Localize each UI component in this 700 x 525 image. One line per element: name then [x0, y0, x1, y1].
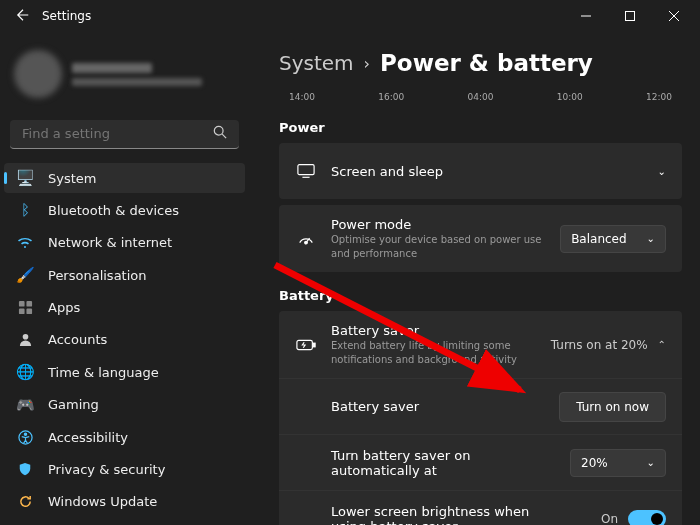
battery-saver-toggle-row: Battery saver Turn on now — [279, 378, 682, 434]
shield-icon — [16, 462, 34, 476]
power-mode-card[interactable]: Power mode Optimise your device based on… — [279, 205, 682, 272]
sidebar-item-gaming[interactable]: 🎮Gaming — [4, 389, 245, 419]
status-text: Turns on at 20% — [551, 338, 648, 352]
toggle-state-label: On — [601, 512, 618, 526]
chevron-right-icon: › — [364, 54, 370, 73]
sidebar-item-time[interactable]: 🌐Time & language — [4, 357, 245, 387]
svg-point-10 — [305, 241, 308, 244]
battery-saver-header[interactable]: Battery saver Extend battery life by lim… — [279, 311, 682, 378]
svg-point-8 — [24, 433, 26, 435]
update-icon — [16, 494, 34, 509]
svg-point-6 — [22, 334, 28, 340]
chevron-up-icon: ⌃ — [658, 339, 666, 350]
svg-rect-4 — [18, 308, 24, 314]
bluetooth-icon: ᛒ — [16, 201, 34, 219]
battery-icon — [295, 338, 317, 352]
breadcrumb-parent[interactable]: System — [279, 51, 354, 75]
search-input[interactable] — [10, 120, 239, 149]
svg-rect-9 — [298, 165, 314, 175]
globe-icon: 🌐 — [16, 363, 34, 381]
screen-sleep-card[interactable]: Screen and sleep ⌄ — [279, 143, 682, 199]
sidebar-item-accessibility[interactable]: Accessibility — [4, 422, 245, 452]
section-battery: Battery — [279, 288, 682, 303]
close-button[interactable] — [652, 0, 696, 32]
power-mode-dropdown[interactable]: Balanced⌄ — [560, 225, 666, 253]
sidebar-item-bluetooth[interactable]: ᛒBluetooth & devices — [4, 195, 245, 225]
sidebar-item-apps[interactable]: Apps — [4, 292, 245, 322]
turn-on-now-button[interactable]: Turn on now — [559, 392, 666, 422]
accessibility-icon — [16, 430, 34, 445]
battery-saver-card: Battery saver Extend battery life by lim… — [279, 311, 682, 525]
sidebar-item-accounts[interactable]: Accounts — [4, 325, 245, 355]
chart-ticks: 14:0016:0004:0010:0012:00 — [279, 92, 682, 116]
sidebar-item-privacy[interactable]: Privacy & security — [4, 454, 245, 484]
search-icon — [213, 125, 227, 142]
svg-rect-0 — [626, 12, 635, 21]
sidebar: 🖥️System ᛒBluetooth & devices Network & … — [0, 32, 255, 525]
profile-card[interactable] — [4, 40, 245, 114]
chevron-down-icon: ⌄ — [658, 166, 666, 177]
titlebar: Settings — [0, 0, 700, 32]
avatar — [14, 50, 62, 98]
sidebar-item-network[interactable]: Network & internet — [4, 228, 245, 258]
section-power: Power — [279, 120, 682, 135]
sidebar-item-personalisation[interactable]: 🖌️Personalisation — [4, 260, 245, 290]
page-title: Power & battery — [380, 50, 593, 76]
svg-rect-2 — [18, 301, 24, 307]
auto-threshold-dropdown[interactable]: 20%⌄ — [570, 449, 666, 477]
gaming-icon: 🎮 — [16, 396, 34, 414]
chevron-down-icon: ⌄ — [647, 233, 655, 244]
brightness-row: Lower screen brightness when using batte… — [279, 490, 682, 525]
sidebar-item-system[interactable]: 🖥️System — [4, 163, 245, 193]
person-icon — [16, 332, 34, 347]
screen-icon — [295, 162, 317, 180]
gauge-icon — [295, 230, 317, 248]
back-icon[interactable] — [16, 7, 30, 26]
breadcrumb: System › Power & battery — [279, 50, 682, 76]
svg-rect-3 — [26, 301, 32, 307]
svg-point-1 — [214, 127, 223, 136]
sidebar-item-update[interactable]: Windows Update — [4, 487, 245, 517]
brightness-toggle[interactable] — [628, 510, 666, 526]
brush-icon: 🖌️ — [16, 266, 34, 284]
system-icon: 🖥️ — [16, 169, 34, 187]
window-title: Settings — [42, 9, 91, 23]
wifi-icon — [16, 235, 34, 251]
svg-rect-12 — [313, 343, 315, 347]
minimize-button[interactable] — [564, 0, 608, 32]
maximize-button[interactable] — [608, 0, 652, 32]
apps-icon — [16, 300, 34, 315]
chevron-down-icon: ⌄ — [647, 457, 655, 468]
auto-threshold-row: Turn battery saver on automatically at 2… — [279, 434, 682, 490]
main-panel: System › Power & battery 14:0016:0004:00… — [255, 32, 700, 525]
svg-rect-5 — [26, 308, 32, 314]
